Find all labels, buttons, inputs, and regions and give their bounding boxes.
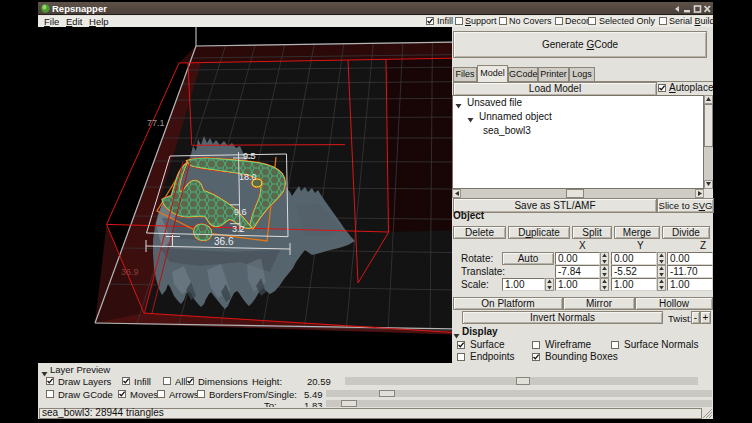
svg-text:3.2: 3.2 <box>232 224 245 234</box>
svg-text:18.0: 18.0 <box>239 172 257 182</box>
svg-text:9.5: 9.5 <box>243 151 256 161</box>
svg-text:77.1: 77.1 <box>147 118 165 128</box>
svg-text:9.6: 9.6 <box>234 207 247 217</box>
svg-text:36.6: 36.6 <box>214 236 234 247</box>
svg-text:36.9: 36.9 <box>121 267 139 277</box>
